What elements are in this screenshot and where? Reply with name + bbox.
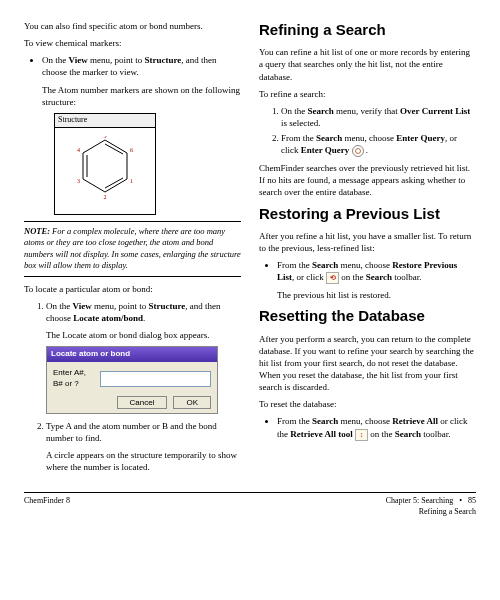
para: You can also find specific atom or bond … [24,20,241,32]
para: To view chemical markers: [24,37,241,49]
note-block: NOTE: For a complex molecule, where ther… [24,221,241,277]
heading-refining: Refining a Search [259,20,476,40]
cancel-button[interactable]: Cancel [117,396,168,409]
list-item: From the Search menu, choose Enter Query… [281,132,476,157]
text: From the [281,133,316,143]
toolbar-name: Search [395,429,421,439]
svg-marker-0 [83,140,127,192]
restore-list-icon: ⟲ [326,272,339,284]
button-name: Enter Query [301,145,350,155]
menu-name: View [69,55,88,65]
text: . [143,313,145,323]
para: ChemFinder searches over the previously … [259,162,476,198]
section-label: Refining a Search [419,507,476,516]
submenu-name: Structure [148,301,185,311]
note-text: For a complex molecule, where there are … [24,226,241,270]
command-name: Enter Query [396,133,445,143]
list-item: On the View menu, point to Structure, an… [46,300,241,324]
menu-name: View [73,301,92,311]
footer-right: Chapter 5: Searching • 85 Refining a Sea… [386,496,476,518]
left-column: You can also find specific atom or bond … [24,20,241,478]
chapter-label: Chapter 5: Searching [386,496,454,505]
para-indent: A circle appears on the structure tempor… [46,449,241,473]
list-item: On the View menu, point to Structure, an… [42,54,241,78]
retrieve-all-icon: ↕ [355,429,368,441]
separator: • [459,496,462,505]
submenu-name: Structure [144,55,181,65]
page-number: 85 [468,496,476,505]
command-name: Locate atom/bond [73,313,143,323]
note-label: NOTE: [24,226,50,236]
list-item: From the Search menu, choose Retrieve Al… [277,415,476,440]
page-columns: You can also find specific atom or bond … [24,20,476,478]
text: menu, choose [342,133,396,143]
text: From the [277,416,312,426]
svg-text:1: 1 [130,178,133,184]
text: From the [277,260,312,270]
text: menu, choose [338,416,392,426]
para: To locate a particular atom or bond: [24,283,241,295]
heading-restoring: Restoring a Previous List [259,204,476,224]
para-indent: The Atom number markers are shown on the… [42,84,241,108]
svg-text:5: 5 [104,136,107,139]
atom-bond-input[interactable] [100,371,211,387]
footer-left: ChemFinder 8 [24,496,70,518]
page-footer: ChemFinder 8 Chapter 5: Searching • 85 R… [24,492,476,518]
option-name: Over Current List [400,106,470,116]
text: , or click [292,272,326,282]
bullet-list: On the View menu, point to Structure, an… [24,54,241,78]
para-indent: The Locate atom or bond dialog box appea… [46,329,241,341]
menu-name: Search [312,416,338,426]
bullet-list: From the Search menu, choose Retrieve Al… [259,415,476,440]
text: menu, point to [88,55,145,65]
command-name: Retrieve All [392,416,438,426]
text: On the [42,55,69,65]
numbered-list: On the Search menu, verify that Over Cur… [259,105,476,157]
right-column: Refining a Search You can refine a hit l… [259,20,476,478]
benzene-icon: 5 6 1 2 3 4 [77,136,133,200]
list-item: On the Search menu, verify that Over Cur… [281,105,476,129]
text: on the [339,272,366,282]
text: On the [46,301,73,311]
para: To reset the database: [259,398,476,410]
text: menu, point to [92,301,149,311]
para: To refine a search: [259,88,476,100]
structure-diagram: Structure 5 6 1 2 3 4 [54,113,156,215]
tool-name: Retrieve All tool [290,429,352,439]
heading-resetting: Resetting the Database [259,306,476,326]
field-label: Enter A#, B# or ? [53,368,96,390]
list-item: Type A and the atom number or B and the … [46,420,241,444]
locate-dialog: Locate atom or bond Enter A#, B# or ? Ca… [46,346,218,413]
svg-text:6: 6 [130,147,133,153]
svg-text:2: 2 [104,194,107,200]
numbered-list: Type A and the atom number or B and the … [24,420,241,444]
svg-text:3: 3 [77,178,80,184]
ok-button[interactable]: OK [173,396,211,409]
dialog-titlebar: Locate atom or bond [47,347,217,362]
bullet-list: From the Search menu, choose Restore Pre… [259,259,476,284]
para: After you refine a hit list, you have a … [259,230,476,254]
toolbar-name: Search [366,272,392,282]
svg-text:4: 4 [77,147,80,153]
text: . [364,145,369,155]
numbered-list: On the View menu, point to Structure, an… [24,300,241,324]
text: menu, choose [338,260,392,270]
enter-query-icon [352,145,364,157]
text: is selected. [281,118,321,128]
para: You can refine a hit list of one or more… [259,46,476,82]
text: toolbar. [421,429,451,439]
para: After you perform a search, you can retu… [259,333,476,394]
structure-title: Structure [55,114,155,128]
text: On the [281,106,308,116]
text: toolbar. [392,272,422,282]
para-indent: The previous hit list is restored. [277,289,476,301]
text: menu, verify that [334,106,400,116]
text: on the [368,429,395,439]
list-item: From the Search menu, choose Restore Pre… [277,259,476,284]
menu-name: Search [316,133,342,143]
menu-name: Search [308,106,334,116]
menu-name: Search [312,260,338,270]
